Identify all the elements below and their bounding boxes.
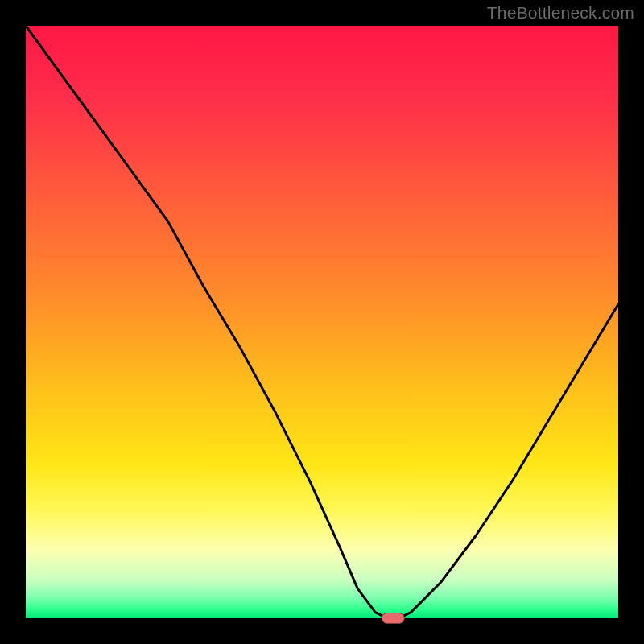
plot-background <box>26 26 618 618</box>
chart-svg <box>0 0 644 644</box>
optimal-marker <box>382 613 404 624</box>
watermark-text: TheBottleneck.com <box>487 3 634 23</box>
chart-stage: TheBottleneck.com <box>0 0 644 644</box>
